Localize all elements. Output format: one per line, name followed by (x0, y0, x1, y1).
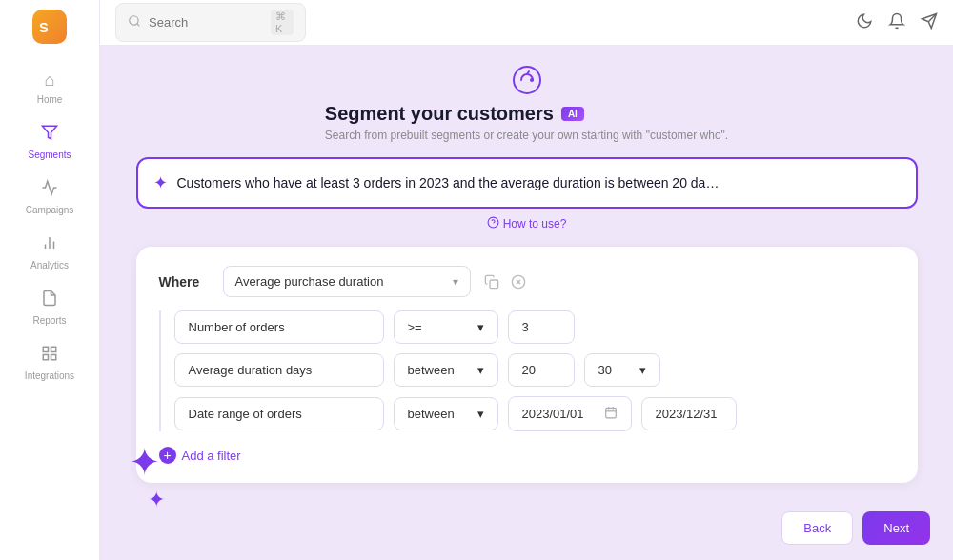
ai-badge: AI (561, 107, 584, 121)
prompt-text: Customers who have at least 3 orders in … (177, 175, 901, 190)
segments-icon (41, 124, 58, 146)
sidebar-item-integrations[interactable]: Integrations (11, 337, 88, 389)
campaigns-icon (41, 179, 58, 201)
filter-field-duration[interactable]: Average duration days (174, 353, 384, 387)
filter-row-daterange: Date range of orders between ▾ 2023/01/0… (174, 396, 895, 431)
search-box[interactable]: ⌘ K (115, 3, 306, 42)
filter-rows: Number of orders >= ▾ 3 Average (159, 310, 895, 431)
add-icon: + (159, 447, 176, 464)
topbar: ⌘ K (100, 0, 953, 46)
where-row: Where Average purchase duration ▾ (159, 266, 895, 297)
help-circle-icon (487, 216, 499, 231)
page-subtitle: Search from prebuilt segments or create … (325, 129, 728, 142)
filter-field-daterange[interactable]: Date range of orders (174, 397, 384, 430)
back-button[interactable]: Back (781, 511, 853, 545)
filter-operator-duration[interactable]: between ▾ (394, 353, 498, 387)
search-input[interactable] (149, 15, 263, 30)
where-label: Where (159, 274, 212, 290)
sidebar: S ⌂ Home Segments Campaigns (0, 0, 100, 560)
bottom-actions: Back Next (781, 511, 930, 545)
svg-rect-7 (43, 355, 48, 360)
sidebar-item-campaigns[interactable]: Campaigns (11, 171, 88, 223)
svg-rect-20 (605, 408, 616, 418)
search-shortcut: ⌘ K (271, 10, 294, 35)
ai-logo-icon (325, 65, 728, 95)
sidebar-item-analytics-label: Analytics (30, 260, 69, 270)
page-header: Segment your customers AI Search from pr… (325, 65, 728, 142)
sidebar-item-campaigns-label: Campaigns (26, 205, 74, 215)
sidebar-item-integrations-label: Integrations (25, 370, 74, 381)
filter-value-duration-min[interactable]: 20 (508, 353, 575, 387)
how-to-use-link[interactable]: How to use? (487, 216, 567, 231)
chevron-down-icon: ▾ (477, 363, 484, 377)
filter-field-orders[interactable]: Number of orders (174, 310, 384, 344)
sidebar-item-segments[interactable]: Segments (11, 116, 88, 168)
home-icon: ⌂ (45, 70, 55, 90)
main-field-value: Average purchase duration (235, 274, 384, 289)
moon-icon[interactable] (856, 12, 873, 33)
chevron-down-icon: ▾ (639, 363, 646, 377)
analytics-icon (41, 234, 58, 256)
prompt-bar[interactable]: ✦ Customers who have at least 3 orders i… (136, 157, 918, 209)
close-icon[interactable] (509, 272, 528, 291)
chevron-down-icon: ▾ (453, 275, 458, 289)
filter-operator-orders[interactable]: >= ▾ (394, 310, 498, 344)
search-icon (128, 14, 141, 31)
send-icon[interactable] (921, 12, 938, 33)
filter-row-orders: Number of orders >= ▾ 3 (174, 310, 895, 344)
filter-card: Where Average purchase duration ▾ (136, 247, 918, 483)
filter-row-duration: Average duration days between ▾ 20 30 ▾ (174, 353, 895, 387)
app-container: S ⌂ Home Segments Campaigns (0, 0, 953, 560)
chevron-down-icon: ▾ (477, 407, 484, 421)
sidebar-item-home[interactable]: ⌂ Home (11, 63, 88, 112)
svg-point-13 (530, 78, 534, 82)
sidebar-item-reports-label: Reports (32, 315, 66, 326)
filter-value-date-end[interactable]: 2023/12/31 (641, 397, 737, 430)
deco-star-large: ✦ (129, 440, 161, 484)
svg-line-9 (137, 23, 140, 26)
svg-text:S: S (39, 20, 49, 35)
next-button[interactable]: Next (862, 511, 930, 545)
sidebar-item-home-label: Home (37, 94, 63, 105)
filter-value-orders[interactable]: 3 (508, 310, 575, 344)
row-actions (482, 272, 528, 291)
svg-rect-5 (51, 347, 56, 351)
content: Segment your customers AI Search from pr… (100, 46, 953, 560)
svg-rect-16 (490, 280, 498, 289)
svg-rect-4 (43, 347, 48, 351)
bell-icon[interactable] (888, 12, 905, 33)
add-filter-button[interactable]: + Add a filter (159, 447, 895, 464)
copy-icon[interactable] (482, 272, 501, 291)
svg-point-8 (130, 15, 138, 24)
filter-value-date-start[interactable]: 2023/01/01 (508, 396, 632, 431)
sidebar-item-segments-label: Segments (28, 150, 71, 160)
app-logo[interactable]: S (32, 10, 67, 44)
filter-operator-daterange[interactable]: between ▾ (394, 397, 498, 430)
page-title: Segment your customers AI (325, 103, 728, 125)
topbar-icons (856, 12, 938, 33)
sidebar-item-reports[interactable]: Reports (11, 282, 88, 333)
reports-icon (41, 290, 58, 311)
filter-value-duration-max-select[interactable]: 30 ▾ (584, 353, 660, 387)
integrations-icon (41, 345, 58, 367)
main-area: ⌘ K (100, 0, 953, 560)
deco-star-small: ✦ (148, 488, 165, 512)
main-field-select[interactable]: Average purchase duration ▾ (223, 266, 471, 297)
calendar-icon (604, 406, 618, 422)
sparkle-icon: ✦ (153, 172, 168, 193)
svg-point-12 (514, 67, 540, 93)
svg-rect-6 (51, 355, 56, 360)
sidebar-item-analytics[interactable]: Analytics (11, 227, 88, 278)
chevron-down-icon: ▾ (477, 320, 484, 334)
